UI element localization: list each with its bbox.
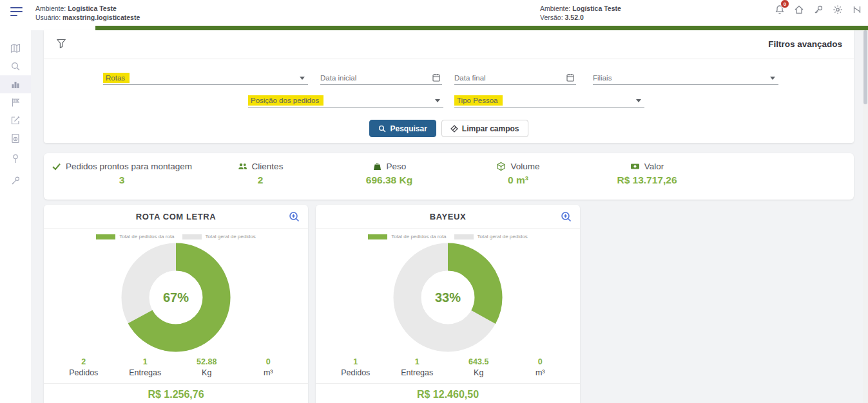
versao-label: Versão: bbox=[540, 14, 563, 21]
check-icon bbox=[52, 162, 61, 171]
chevron-down-icon bbox=[435, 99, 440, 102]
route-total-value: R$ 1.256,76 bbox=[44, 384, 308, 400]
document-icon bbox=[10, 133, 21, 144]
pin-icon bbox=[10, 153, 21, 164]
calendar-icon bbox=[432, 73, 440, 82]
weight-icon bbox=[372, 162, 382, 171]
notification-badge: 0 bbox=[780, 0, 789, 8]
ambiente-value-2: Logística Teste bbox=[572, 5, 621, 12]
donut-percent-label: 33% bbox=[392, 242, 503, 353]
summary-valor: Valor R$ 13.717,26 bbox=[583, 162, 711, 200]
map-icon bbox=[10, 43, 21, 53]
money-icon bbox=[630, 162, 640, 171]
summary-value: 3 bbox=[48, 174, 196, 186]
sidebar-item-tools[interactable] bbox=[0, 172, 31, 190]
tipo-pessoa-select[interactable]: Tipo Pessoa bbox=[454, 93, 644, 108]
filiais-label: Filiais bbox=[593, 74, 612, 82]
summary-value: 0 m³ bbox=[454, 174, 583, 186]
home-icon[interactable] bbox=[794, 5, 804, 15]
legend-swatch-green bbox=[368, 234, 387, 239]
sidebar-item-routes[interactable] bbox=[0, 93, 31, 111]
legend-swatch-green bbox=[96, 234, 115, 239]
filters-panel: Filtros avançados Rotas Data inicial Dat… bbox=[44, 30, 854, 143]
route-stats: 2Pedidos 1Entregas 52.88Kg 0m³ bbox=[44, 357, 308, 377]
search-icon bbox=[10, 61, 21, 71]
main-content: Filtros avançados Rotas Data inicial Dat… bbox=[31, 30, 868, 403]
route-total-value: R$ 12.460,50 bbox=[316, 384, 580, 400]
summary-volume: Volume 0 m³ bbox=[454, 162, 583, 200]
versao-value: 3.52.0 bbox=[565, 14, 584, 21]
donut-chart: 33% bbox=[392, 242, 503, 353]
filters-header: Filtros avançados bbox=[44, 30, 854, 59]
data-final-placeholder: Data final bbox=[454, 74, 486, 82]
data-final-input[interactable]: Data final bbox=[454, 70, 576, 85]
usuario-value: maxstring.logisticateste bbox=[63, 14, 140, 21]
usuario-label: Usuário: bbox=[35, 14, 61, 21]
filter-funnel-icon[interactable] bbox=[57, 39, 66, 48]
pesquisar-button[interactable]: Pesquisar bbox=[369, 120, 436, 137]
legend-swatch-gray bbox=[454, 234, 474, 239]
posicao-pedidos-label: Posição dos pedidos bbox=[248, 95, 323, 106]
sidebar-item-dashboard[interactable] bbox=[0, 75, 31, 93]
legend-label-geral: Total geral de pedidos bbox=[206, 234, 256, 239]
sidebar-item-location[interactable] bbox=[0, 149, 31, 167]
sidebar-item-edit[interactable] bbox=[0, 111, 31, 129]
page-scrollbar bbox=[863, 30, 868, 403]
workflow-icon[interactable] bbox=[852, 5, 862, 15]
chevron-down-icon bbox=[770, 77, 775, 80]
gear-icon[interactable] bbox=[833, 5, 843, 15]
filiais-select[interactable]: Filiais bbox=[593, 70, 778, 85]
data-inicial-placeholder: Data inicial bbox=[320, 74, 356, 82]
ambiente-label-2: Ambiente: bbox=[540, 5, 570, 12]
posicao-pedidos-select[interactable]: Posição dos pedidos bbox=[248, 93, 443, 108]
bar-chart-icon bbox=[10, 79, 21, 89]
route-stats: 1Pedidos 1Entregas 643.5Kg 0m³ bbox=[316, 357, 580, 377]
chart-legend: Total de pedidos da rota Total geral de … bbox=[44, 234, 308, 239]
rotas-label: Rotas bbox=[103, 73, 130, 83]
sidebar-item-report[interactable] bbox=[0, 129, 31, 147]
search-icon bbox=[378, 125, 386, 133]
ambiente-value: Logística Teste bbox=[68, 5, 117, 12]
flag-icon bbox=[10, 97, 21, 108]
rotas-select[interactable]: Rotas bbox=[103, 70, 308, 85]
chart-legend: Total de pedidos da rota Total geral de … bbox=[316, 234, 580, 239]
scrollbar-thumb[interactable] bbox=[863, 30, 867, 104]
key-icon[interactable] bbox=[813, 5, 824, 15]
notifications-bell-icon[interactable]: 0 bbox=[775, 5, 785, 15]
zoom-in-icon[interactable] bbox=[288, 211, 300, 223]
sidebar-item-map[interactable] bbox=[0, 39, 31, 57]
summary-bar: Pedidos prontos para montagem 3 Clientes… bbox=[44, 153, 854, 200]
summary-pedidos-prontos: Pedidos prontos para montagem 3 bbox=[48, 162, 196, 200]
edit-icon bbox=[10, 115, 21, 126]
environment-version-info: Ambiente: Logística Teste Versão: 3.52.0 bbox=[540, 4, 621, 22]
wrench-icon bbox=[10, 176, 21, 186]
summary-value: 2 bbox=[196, 174, 325, 186]
chevron-down-icon bbox=[300, 77, 305, 80]
tipo-pessoa-label: Tipo Pessoa bbox=[454, 95, 503, 106]
summary-clientes: Clientes 2 bbox=[196, 162, 325, 200]
zoom-in-icon[interactable] bbox=[560, 211, 572, 223]
limpar-campos-button[interactable]: Limpar campos bbox=[441, 120, 528, 137]
route-card-title: ROTA COM LETRA bbox=[44, 205, 308, 229]
people-icon bbox=[238, 162, 247, 171]
route-card-rota-com-letra: ROTA COM LETRA Total de pedidos da rota … bbox=[44, 205, 308, 403]
menu-hamburger-icon[interactable] bbox=[10, 7, 23, 17]
advanced-filters-title: Filtros avançados bbox=[768, 39, 842, 49]
sidebar-item-search[interactable] bbox=[0, 57, 31, 75]
cube-icon bbox=[496, 162, 506, 171]
calendar-icon bbox=[566, 73, 574, 82]
ambiente-label: Ambiente: bbox=[35, 5, 66, 12]
summary-value: 696.38 Kg bbox=[325, 174, 454, 186]
clear-diamond-icon bbox=[450, 125, 458, 133]
data-inicial-input[interactable]: Data inicial bbox=[320, 70, 442, 85]
top-bar: Ambiente: Logística Teste Usuário: maxst… bbox=[0, 0, 868, 26]
route-card-title: BAYEUX bbox=[316, 205, 580, 229]
sidebar-nav bbox=[0, 30, 31, 403]
header-accent-bar bbox=[95, 26, 868, 30]
summary-peso: Peso 696.38 Kg bbox=[325, 162, 454, 200]
summary-value: R$ 13.717,26 bbox=[583, 174, 711, 186]
donut-percent-label: 67% bbox=[121, 242, 231, 353]
legend-label-rota: Total de pedidos da rota bbox=[119, 234, 174, 239]
legend-swatch-gray bbox=[182, 234, 202, 239]
chevron-down-icon bbox=[636, 99, 641, 102]
